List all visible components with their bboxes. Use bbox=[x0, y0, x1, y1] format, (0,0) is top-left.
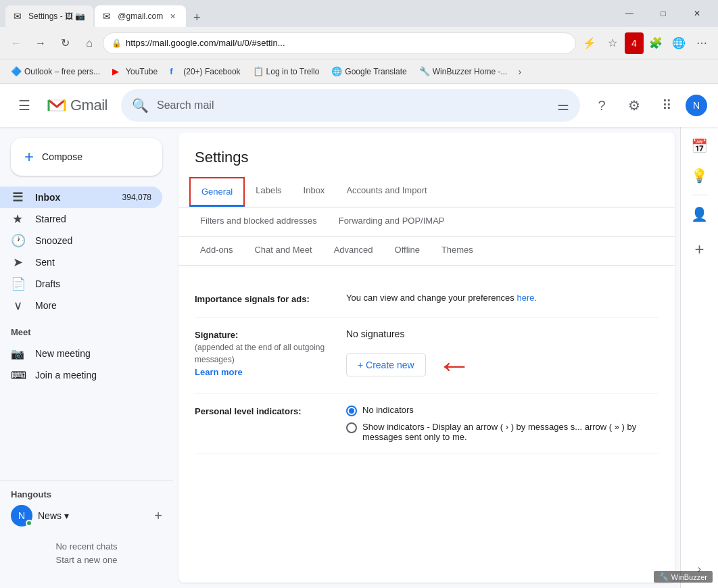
meet-section-label: Meet bbox=[0, 322, 173, 340]
radio-show-indicators[interactable]: Show indicators - Display an arrow ( › )… bbox=[346, 422, 659, 442]
sidebar-item-sent[interactable]: ➤ Sent bbox=[0, 251, 162, 273]
help-button[interactable]: ? bbox=[588, 92, 615, 119]
maximize-button[interactable]: □ bbox=[648, 3, 679, 24]
bookmarks-more-button[interactable]: › bbox=[514, 64, 525, 80]
tab-forwarding[interactable]: Forwarding and POP/IMAP bbox=[328, 207, 456, 236]
hangout-add-button[interactable]: + bbox=[154, 508, 162, 524]
sidebar-item-drafts[interactable]: 📄 Drafts bbox=[0, 273, 162, 295]
tab-accounts[interactable]: Accounts and Import bbox=[335, 177, 437, 207]
bookmark-outlook-label: Outlook – free pers... bbox=[24, 67, 100, 76]
meet-item-new[interactable]: 📷 New meeting bbox=[0, 343, 162, 364]
user-avatar[interactable]: N bbox=[686, 95, 707, 116]
tab-gmail-active[interactable]: ✉ @gmail.com ✕ bbox=[95, 5, 186, 27]
meet-item-join[interactable]: ⌨ Join a meeting bbox=[0, 364, 162, 386]
tab-close-button[interactable]: ✕ bbox=[167, 11, 178, 22]
more-icon: ∨ bbox=[11, 298, 24, 313]
back-button[interactable]: ← bbox=[5, 32, 27, 54]
sidebar-item-inbox[interactable]: ☰ Inbox 394,078 bbox=[0, 187, 162, 208]
personal-level-value: No indicators Show indicators - Display … bbox=[346, 405, 659, 442]
new-tab-button[interactable]: + bbox=[187, 8, 206, 27]
join-meeting-icon: ⌨ bbox=[11, 369, 24, 382]
bookmark-youtube[interactable]: ▶ YouTube bbox=[107, 64, 163, 80]
settings-button[interactable]: ⚙ bbox=[621, 92, 648, 119]
hangouts-header[interactable]: Hangouts bbox=[0, 487, 173, 502]
forward-button[interactable]: → bbox=[30, 32, 51, 54]
tab-label-2: @gmail.com bbox=[118, 11, 163, 21]
tab-inbox-label: Inbox bbox=[304, 185, 325, 195]
compose-label: Compose bbox=[42, 151, 82, 162]
tab-gmail-icon[interactable]: ✉ Settings - 🖼 📷 bbox=[5, 5, 93, 27]
sent-label: Sent bbox=[35, 257, 151, 268]
signature-learn-more[interactable]: Learn more bbox=[195, 367, 243, 377]
tab-advanced[interactable]: Advanced bbox=[323, 237, 384, 265]
gmail-app: ☰ Gmail 🔍 ⚌ bbox=[0, 84, 718, 588]
hamburger-menu[interactable]: ☰ bbox=[11, 92, 38, 119]
compose-plus-icon: + bbox=[24, 147, 34, 166]
search-input[interactable] bbox=[157, 99, 549, 112]
nav-actions: ⚡ ☆ 4 🧩 🌐 ⋯ bbox=[579, 32, 713, 54]
window-controls: — □ ✕ bbox=[614, 3, 713, 24]
gmail-header: ☰ Gmail 🔍 ⚌ bbox=[0, 84, 718, 127]
refresh-button[interactable]: ↻ bbox=[54, 32, 76, 54]
settings-panel: Settings General Labels Inbox bbox=[178, 132, 675, 583]
search-options-icon[interactable]: ⚌ bbox=[557, 97, 569, 114]
bookmarks-bar: 🔷 Outlook – free pers... ▶ YouTube f (20… bbox=[0, 59, 718, 84]
search-bar[interactable]: 🔍 ⚌ bbox=[121, 89, 580, 122]
right-tasks-icon[interactable]: 💡 bbox=[686, 162, 713, 189]
menu-btn[interactable]: ⋯ bbox=[691, 32, 713, 54]
settings-row-personal-level: Personal level indicators: No indicators bbox=[195, 394, 659, 454]
bookmark-youtube-label: YouTube bbox=[126, 67, 158, 76]
sidebar-item-more[interactable]: ∨ More bbox=[0, 295, 162, 316]
create-new-label: + Create new bbox=[358, 360, 414, 370]
radio-no-indicators[interactable]: No indicators bbox=[346, 405, 659, 416]
close-button[interactable]: ✕ bbox=[681, 3, 713, 24]
address-bar[interactable]: 🔒 https://mail.google.com/mail/u/0/#sett… bbox=[103, 32, 576, 54]
right-sidebar: 📅 💡 👤 + › bbox=[680, 127, 718, 588]
hangout-avatar: N bbox=[11, 505, 32, 526]
radio-no-indicators-circle bbox=[346, 406, 357, 416]
sidebar-item-starred[interactable]: ★ Starred bbox=[0, 208, 162, 230]
tab-inbox[interactable]: Inbox bbox=[293, 177, 336, 207]
tab-accounts-label: Accounts and Import bbox=[346, 185, 427, 195]
importance-link[interactable]: here. bbox=[517, 293, 537, 303]
right-contacts-icon[interactable]: 👤 bbox=[686, 201, 713, 228]
join-meeting-label: Join a meeting bbox=[35, 370, 97, 381]
profile-icon[interactable]: 4 bbox=[625, 32, 644, 54]
tab-offline[interactable]: Offline bbox=[384, 237, 431, 265]
minimize-button[interactable]: — bbox=[614, 3, 645, 24]
settings-title: Settings bbox=[178, 132, 675, 177]
create-new-button[interactable]: + Create new bbox=[346, 353, 426, 376]
bookmark-winbuzzer[interactable]: 🔧 WinBuzzer Home -... bbox=[414, 64, 513, 80]
hangout-user[interactable]: N News ▾ + bbox=[0, 502, 173, 529]
starred-icon: ★ bbox=[11, 212, 24, 226]
tab-chat[interactable]: Chat and Meet bbox=[243, 237, 322, 265]
bookmark-outlook[interactable]: 🔷 Outlook – free pers... bbox=[5, 64, 105, 80]
collections-btn[interactable]: 🌐 bbox=[668, 32, 690, 54]
translate-icon: 🌐 bbox=[331, 66, 342, 77]
tab-addons[interactable]: Add-ons bbox=[189, 237, 243, 265]
favorites-icon[interactable]: ☆ bbox=[602, 32, 623, 54]
apps-button[interactable]: ⠿ bbox=[653, 92, 680, 119]
tab-favicon-1: ✉ bbox=[14, 11, 24, 22]
personal-level-label: Personal level indicators: bbox=[195, 405, 330, 442]
sidebar-item-snoozed[interactable]: 🕐 Snoozed bbox=[0, 230, 162, 251]
extensions-btn[interactable]: 🧩 bbox=[645, 32, 667, 54]
compose-button[interactable]: + Compose bbox=[11, 138, 162, 176]
right-calendar-icon[interactable]: 📅 bbox=[686, 132, 713, 160]
nav-bar: ← → ↻ ⌂ 🔒 https://mail.google.com/mail/u… bbox=[0, 27, 718, 59]
tab-themes[interactable]: Themes bbox=[431, 237, 484, 265]
bookmark-facebook[interactable]: f (20+) Facebook bbox=[164, 64, 245, 80]
right-add-button[interactable]: + bbox=[686, 236, 713, 263]
tab-filters[interactable]: Filters and blocked addresses bbox=[189, 207, 328, 236]
home-button[interactable]: ⌂ bbox=[78, 32, 100, 54]
tab-advanced-label: Advanced bbox=[334, 245, 373, 255]
bookmark-trello[interactable]: 📋 Log in to Trello bbox=[247, 64, 325, 80]
signature-value-area: No signatures + Create new ← bbox=[346, 328, 659, 383]
bookmark-translate[interactable]: 🌐 Google Translate bbox=[326, 64, 412, 80]
tab-labels[interactable]: Labels bbox=[245, 177, 292, 207]
tab-general[interactable]: General bbox=[189, 177, 245, 207]
tab-themes-label: Themes bbox=[441, 245, 473, 255]
radio-group-indicators: No indicators Show indicators - Display … bbox=[346, 405, 659, 442]
extensions-icon[interactable]: ⚡ bbox=[579, 32, 600, 54]
hangouts-section: Hangouts N News ▾ + No recent chats bbox=[0, 481, 173, 583]
